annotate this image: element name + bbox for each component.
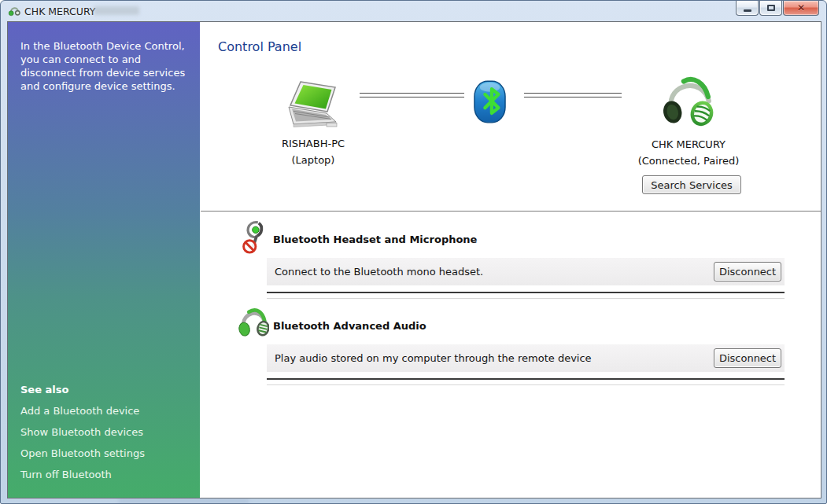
- close-icon: ✕: [797, 3, 805, 13]
- service-description: Play audio stored on my computer through…: [275, 352, 592, 364]
- headset-icon: [8, 5, 20, 17]
- disconnect-audio-button[interactable]: Disconnect: [714, 348, 781, 368]
- mono-headset-disabled-icon: [240, 219, 268, 255]
- bluetooth-icon: [474, 80, 506, 123]
- service-underline: [267, 292, 785, 293]
- close-button[interactable]: ✕: [783, 1, 819, 16]
- main-panel: Control Panel: [201, 22, 821, 498]
- connection-line-left: [360, 93, 464, 97]
- service-description: Connect to the Bluetooth mono headset.: [275, 266, 483, 278]
- service-faint-divider: [267, 298, 785, 299]
- section-divider: [201, 211, 821, 212]
- service-faint-divider: [267, 384, 785, 385]
- page-title: Control Panel: [218, 39, 301, 54]
- sidebar: In the Bluetooth Device Control, you can…: [8, 22, 200, 498]
- sidebar-description: In the Bluetooth Device Control, you can…: [20, 39, 186, 93]
- maximize-icon: [767, 5, 775, 11]
- local-device-name: RISHABH-PC: [250, 138, 376, 149]
- see-also-section: See also Add a Bluetooth device Show Blu…: [20, 384, 194, 490]
- local-device-type: (Laptop): [250, 154, 376, 166]
- bluetooth-device-control-window: CHK MERCURY ✕ In the Bluetooth Device Co…: [0, 0, 827, 504]
- maximize-button[interactable]: [759, 1, 782, 16]
- headset-icon-large: [659, 72, 720, 134]
- service-title-headset-microphone: Bluetooth Headset and Microphone: [273, 234, 477, 245]
- redacted-blur-bottom: [119, 498, 249, 504]
- remote-device-name: CHK MERCURY: [626, 138, 751, 150]
- sidebar-link-add-bluetooth-device[interactable]: Add a Bluetooth device: [20, 405, 194, 426]
- window-controls: ✕: [735, 1, 819, 16]
- service-row: Play audio stored on my computer through…: [267, 344, 785, 372]
- see-also-heading: See also: [20, 384, 194, 405]
- service-row: Connect to the Bluetooth mono headset. D…: [267, 258, 785, 285]
- remote-device-status: (Connected, Paired): [610, 155, 767, 167]
- client-area: In the Bluetooth Device Control, you can…: [7, 21, 821, 498]
- laptop-icon: [283, 77, 343, 137]
- window-title: CHK MERCURY: [24, 6, 95, 17]
- minimize-button[interactable]: [736, 1, 759, 16]
- connection-line-right: [524, 93, 622, 97]
- redacted-blur: [94, 6, 139, 15]
- sidebar-link-show-bluetooth-devices[interactable]: Show Bluetooth devices: [20, 426, 194, 447]
- sidebar-link-turn-off-bluetooth[interactable]: Turn off Bluetooth: [20, 469, 194, 490]
- service-title-advanced-audio: Bluetooth Advanced Audio: [273, 320, 426, 332]
- sidebar-link-open-bluetooth-settings[interactable]: Open Bluetooth settings: [20, 447, 194, 469]
- titlebar[interactable]: CHK MERCURY ✕: [1, 1, 826, 21]
- minimize-icon: [744, 9, 751, 12]
- headphones-icon: [238, 305, 269, 341]
- search-services-button[interactable]: Search Services: [642, 175, 741, 194]
- disconnect-headset-button[interactable]: Disconnect: [714, 262, 781, 281]
- service-underline: [267, 378, 785, 380]
